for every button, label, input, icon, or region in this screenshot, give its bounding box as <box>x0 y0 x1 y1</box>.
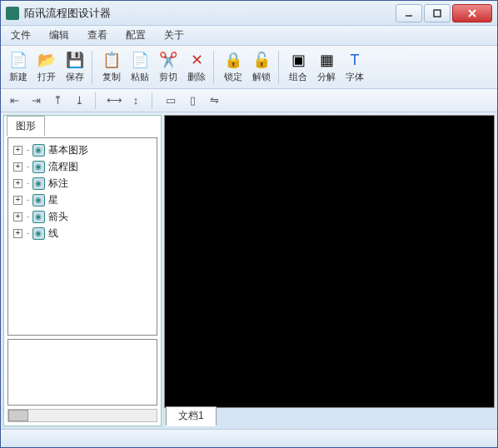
menu-config[interactable]: 配置 <box>122 27 149 44</box>
expand-icon[interactable]: + <box>13 229 22 238</box>
ungroup-button[interactable]: ▦分解 <box>312 47 341 87</box>
main-toolbar: 📄新建 📂打开 💾保存 📋复制 📄粘贴 ✂️剪切 ✕删除 🔒锁定 🔓解锁 ▣组合… <box>1 46 497 89</box>
paste-button[interactable]: 📄粘贴 <box>126 47 154 87</box>
window-title: 陌讯流程图设计器 <box>24 6 394 21</box>
copy-button[interactable]: 📋复制 <box>97 47 126 87</box>
document-tabs: 文档1 <box>164 408 495 426</box>
tree-connector: ··· <box>26 213 29 221</box>
new-icon: 📄 <box>9 51 27 69</box>
align-right-button[interactable]: ⇥ <box>27 92 44 109</box>
category-icon: ◉ <box>32 211 45 223</box>
menu-file[interactable]: 文件 <box>7 27 34 44</box>
open-button[interactable]: 📂打开 <box>32 47 61 87</box>
lock-button[interactable]: 🔒锁定 <box>219 47 247 87</box>
toolbar-separator <box>92 51 95 84</box>
toolbar-separator <box>95 92 98 109</box>
expand-icon[interactable]: + <box>13 212 22 222</box>
sidebar-tab-shapes[interactable]: 图形 <box>7 116 45 136</box>
menu-edit[interactable]: 编辑 <box>46 27 72 44</box>
same-height-button[interactable]: ↕ <box>127 92 144 109</box>
new-button[interactable]: 📄新建 <box>4 47 32 87</box>
app-window: 陌讯流程图设计器 文件 编辑 查看 配置 关于 📄新建 📂打开 💾保存 📋复制 … <box>0 0 498 448</box>
horizontal-scrollbar[interactable] <box>7 409 157 422</box>
font-icon: T <box>346 51 364 69</box>
scrollbar-thumb[interactable] <box>8 410 28 421</box>
tree-connector: ··· <box>26 180 29 187</box>
canvas-area: 文档1 <box>164 115 495 426</box>
maximize-button[interactable] <box>424 4 451 22</box>
category-icon: ◉ <box>32 194 45 207</box>
font-button[interactable]: T字体 <box>341 47 369 87</box>
toolbar-separator <box>278 51 281 84</box>
distribute-h-button[interactable]: ▭ <box>162 92 179 109</box>
shape-preview <box>7 339 157 406</box>
align-bottom-button[interactable]: ⤓ <box>71 92 87 109</box>
minimize-button[interactable] <box>396 4 422 22</box>
toolbar-separator <box>213 51 217 84</box>
same-width-button[interactable]: ⟷ <box>106 92 122 109</box>
sidebar-tabs: 图形 <box>4 116 161 136</box>
align-toolbar: ⇤ ⇥ ⤒ ⤓ ⟷ ↕ ▭ ▯ ⇋ <box>1 89 497 112</box>
menu-about[interactable]: 关于 <box>161 27 187 44</box>
tree-item-line[interactable]: +···◉线 <box>10 225 155 241</box>
close-button[interactable] <box>452 4 492 22</box>
drawing-canvas[interactable] <box>164 115 495 408</box>
lock-icon: 🔒 <box>224 51 242 69</box>
save-icon: 💾 <box>66 51 84 69</box>
delete-icon: ✕ <box>187 51 206 69</box>
category-icon: ◉ <box>32 177 45 190</box>
group-button[interactable]: ▣组合 <box>284 47 312 87</box>
tree-connector: ··· <box>26 147 29 154</box>
category-icon: ◉ <box>32 161 45 173</box>
copy-icon: 📋 <box>102 51 121 69</box>
cut-button[interactable]: ✂️剪切 <box>154 47 182 87</box>
window-controls <box>394 4 492 22</box>
tree-item-basic-shapes[interactable]: +···◉基本图形 <box>10 142 155 158</box>
statusbar <box>1 429 497 446</box>
document-tab-1[interactable]: 文档1 <box>166 406 217 426</box>
category-icon: ◉ <box>32 227 45 240</box>
align-top-button[interactable]: ⤒ <box>49 92 66 109</box>
tree-connector: ··· <box>26 197 29 204</box>
open-icon: 📂 <box>37 51 56 69</box>
cut-icon: ✂️ <box>159 51 177 69</box>
paste-icon: 📄 <box>131 51 149 69</box>
flip-h-button[interactable]: ⇋ <box>206 92 222 109</box>
unlock-button[interactable]: 🔓解锁 <box>247 47 276 87</box>
align-left-button[interactable]: ⇤ <box>6 92 22 109</box>
expand-icon[interactable]: + <box>13 179 22 188</box>
distribute-v-button[interactable]: ▯ <box>184 92 201 109</box>
unlock-icon: 🔓 <box>252 51 271 69</box>
menubar: 文件 编辑 查看 配置 关于 <box>1 26 497 46</box>
toolbar-separator <box>152 92 155 109</box>
tree-item-callout[interactable]: +···◉标注 <box>10 175 155 192</box>
expand-icon[interactable]: + <box>13 196 22 205</box>
tree-item-arrow[interactable]: +···◉箭头 <box>10 208 155 225</box>
expand-icon[interactable]: + <box>13 162 22 172</box>
tree-item-flowchart[interactable]: +···◉流程图 <box>10 158 155 175</box>
group-icon: ▣ <box>289 51 307 69</box>
tree-connector: ··· <box>26 163 29 171</box>
delete-button[interactable]: ✕删除 <box>182 47 211 87</box>
titlebar: 陌讯流程图设计器 <box>1 1 497 26</box>
category-icon: ◉ <box>32 144 45 157</box>
shape-tree[interactable]: +···◉基本图形 +···◉流程图 +···◉标注 +···◉星 +···◉箭… <box>7 137 157 336</box>
menu-view[interactable]: 查看 <box>84 27 111 44</box>
svg-rect-1 <box>434 10 441 17</box>
expand-icon[interactable]: + <box>13 146 22 155</box>
sidebar: 图形 +···◉基本图形 +···◉流程图 +···◉标注 +···◉星 +··… <box>3 115 162 426</box>
tree-item-star[interactable]: +···◉星 <box>10 192 155 208</box>
save-button[interactable]: 💾保存 <box>61 47 89 87</box>
main-area: 图形 +···◉基本图形 +···◉流程图 +···◉标注 +···◉星 +··… <box>1 112 497 429</box>
app-icon <box>6 7 19 20</box>
tree-connector: ··· <box>26 230 29 237</box>
ungroup-icon: ▦ <box>317 51 336 69</box>
